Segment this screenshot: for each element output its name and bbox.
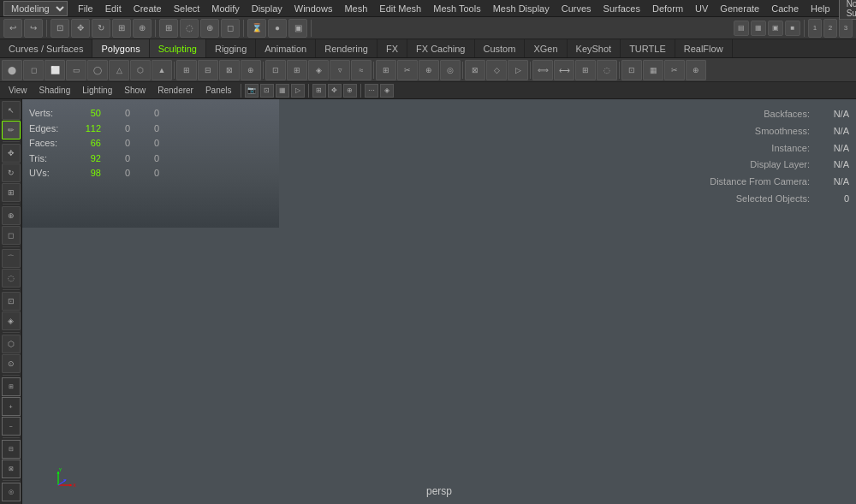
no-live-surface-button[interactable]: No Live Surface <box>839 0 856 20</box>
redo-button[interactable]: ↪ <box>24 19 43 38</box>
left-measure[interactable]: ⊡ <box>2 292 21 311</box>
view-icon-display[interactable]: ▦ <box>276 84 289 98</box>
left-render[interactable]: ⬡ <box>2 335 21 353</box>
view-menu-lighting[interactable]: Lighting <box>77 86 117 95</box>
left-paint[interactable]: ✏ <box>2 121 21 139</box>
poly-sphere[interactable]: ⬤ <box>2 60 22 80</box>
fill-hole[interactable]: ◈ <box>308 60 329 80</box>
tab-xgen[interactable]: XGen <box>525 39 567 57</box>
mode-selector[interactable]: Modeling <box>3 1 68 16</box>
menu-curves[interactable]: Curves <box>556 3 597 15</box>
render-icon[interactable]: ● <box>268 19 287 38</box>
left-view[interactable]: ◈ <box>2 311 21 330</box>
extract[interactable]: ⊠ <box>219 60 240 80</box>
left-manip2[interactable]: + <box>2 397 21 416</box>
menu-surfaces[interactable]: Surfaces <box>598 3 645 15</box>
select-tool[interactable]: ⊡ <box>51 19 69 38</box>
combine[interactable]: ⊞ <box>176 60 197 80</box>
menu-help[interactable]: Help <box>805 3 835 15</box>
view-menu-show[interactable]: Show <box>119 86 151 95</box>
bridge[interactable]: ⊞ <box>287 60 307 80</box>
menu-edit[interactable]: Edit <box>100 3 127 15</box>
uv-sew[interactable]: ⊕ <box>686 60 706 80</box>
tab-turtle[interactable]: TURTLE <box>621 39 675 57</box>
poly-torus[interactable]: ◯ <box>87 60 108 80</box>
left-sculpt[interactable]: ◌ <box>2 269 21 288</box>
menu-display[interactable]: Display <box>247 3 288 15</box>
menu-create[interactable]: Create <box>128 3 167 15</box>
menu-deform[interactable]: Deform <box>647 3 688 15</box>
camera-icon[interactable]: ▣ <box>288 19 307 38</box>
smooth[interactable]: ≈ <box>351 60 372 80</box>
mirror[interactable]: ⟺ <box>532 60 553 80</box>
left-extra1[interactable]: ⊟ <box>2 440 21 459</box>
menu-mesh-tools[interactable]: Mesh Tools <box>428 3 485 15</box>
reduce[interactable]: ▿ <box>330 60 350 80</box>
menu-cache[interactable]: Cache <box>766 3 804 15</box>
menu-generate[interactable]: Generate <box>715 3 764 15</box>
resolution-2[interactable]: 2 <box>823 19 837 38</box>
snap-surface[interactable]: ◻ <box>221 19 240 38</box>
tab-animation[interactable]: Animation <box>256 39 316 57</box>
rotate-tool[interactable]: ↻ <box>92 19 110 38</box>
menu-file[interactable]: File <box>73 3 98 15</box>
left-snap[interactable]: ⊕ <box>2 206 21 225</box>
uv-layout[interactable]: ▦ <box>643 60 663 80</box>
resolution-1[interactable]: 1 <box>808 19 822 38</box>
tab-rendering[interactable]: Rendering <box>316 39 377 57</box>
view-icon-heads[interactable]: ◈ <box>380 84 394 98</box>
booleans[interactable]: ⊕ <box>241 60 261 80</box>
multi-cut[interactable]: ✂ <box>397 60 418 80</box>
view-icon-hud[interactable]: ⋯ <box>365 84 378 98</box>
view-icon-cam[interactable]: 📷 <box>245 84 259 98</box>
display-mode-1[interactable]: ▤ <box>734 21 749 36</box>
tab-rigging[interactable]: Rigging <box>206 39 256 57</box>
menu-mesh-display[interactable]: Mesh Display <box>488 3 555 15</box>
menu-modify[interactable]: Modify <box>206 3 244 15</box>
left-curve[interactable]: ⌒ <box>2 249 21 268</box>
lattice[interactable]: ⊞ <box>575 60 596 80</box>
left-rotate[interactable]: ↻ <box>2 163 21 182</box>
left-select[interactable]: ↖ <box>2 101 21 120</box>
menu-select[interactable]: Select <box>169 3 205 15</box>
snap-grid[interactable]: ⊞ <box>159 19 178 38</box>
view-icon-zoom[interactable]: ⊕ <box>343 84 357 98</box>
uv-cut[interactable]: ✂ <box>664 60 685 80</box>
tab-polygons[interactable]: Polygons <box>92 39 149 57</box>
poly-cylinder[interactable]: ⬜ <box>45 60 65 80</box>
tab-realflow[interactable]: RealFlow <box>675 39 733 57</box>
connect[interactable]: ⊕ <box>419 60 439 80</box>
left-manip3[interactable]: − <box>2 417 21 436</box>
display-mode-3[interactable]: ▣ <box>768 21 783 36</box>
resolution-3[interactable]: 3 <box>839 19 853 38</box>
tab-curves-surfaces[interactable]: Curves / Surfaces <box>0 39 92 57</box>
view-menu-view[interactable]: View <box>3 86 33 95</box>
snap-curve[interactable]: ◌ <box>180 19 199 38</box>
undo-button[interactable]: ↩ <box>3 19 22 38</box>
extrude[interactable]: ⊡ <box>265 60 286 80</box>
menu-uv[interactable]: UV <box>690 3 713 15</box>
poly-cube[interactable]: ◻ <box>23 60 44 80</box>
target-weld[interactable]: ◎ <box>440 60 461 80</box>
insert-edge[interactable]: ⊞ <box>376 60 396 80</box>
menu-mesh[interactable]: Mesh <box>339 3 372 15</box>
uv-unwrap[interactable]: ⊡ <box>621 60 642 80</box>
left-move[interactable]: ✥ <box>2 144 21 163</box>
view-menu-shading[interactable]: Shading <box>34 86 76 95</box>
soft-mod[interactable]: ◌ <box>597 60 617 80</box>
tab-fx[interactable]: FX <box>377 39 407 57</box>
poly-cone[interactable]: △ <box>109 60 129 80</box>
display-mode-2[interactable]: ▦ <box>751 21 766 36</box>
menu-edit-mesh[interactable]: Edit Mesh <box>374 3 426 15</box>
left-light[interactable]: ⊙ <box>2 354 21 373</box>
left-component[interactable]: ◻ <box>2 226 21 245</box>
poly-plane[interactable]: ▭ <box>66 60 86 80</box>
poly-pyramid[interactable]: ▲ <box>152 60 172 80</box>
view-icon-anim[interactable]: ▷ <box>291 84 305 98</box>
view-menu-renderer[interactable]: Renderer <box>152 86 199 95</box>
menu-windows[interactable]: Windows <box>289 3 338 15</box>
tab-fx-caching[interactable]: FX Caching <box>407 39 474 57</box>
left-extra3[interactable]: ◎ <box>2 483 21 501</box>
history-icon[interactable]: ⌛ <box>247 19 266 38</box>
scale-tool[interactable]: ⊞ <box>112 19 131 38</box>
